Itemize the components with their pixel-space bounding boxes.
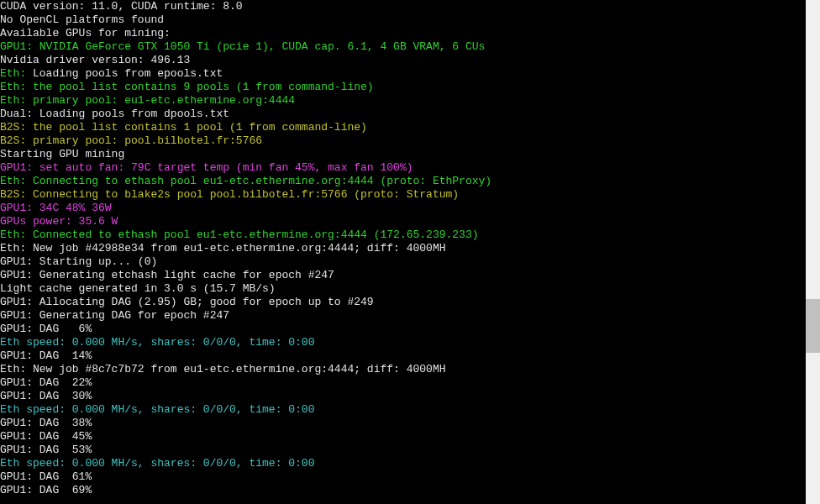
terminal-text: GPU1: DAG 38% — [0, 417, 92, 429]
scrollbar-track[interactable] — [806, 0, 820, 504]
terminal-line: No OpenCL platforms found — [0, 13, 820, 27]
terminal-text: B2S: primary pool: pool.bilbotel.fr:5766 — [0, 134, 262, 147]
terminal-text: CUDA version: 11.0, CUDA runtime: 8.0 — [0, 0, 243, 13]
terminal-text: GPU1: DAG 69% — [0, 484, 92, 496]
terminal-text: Eth: New job #8c7c7b72 from eu1-etc.ethe… — [0, 363, 446, 375]
terminal-line: Eth: the pool list contains 9 pools (1 f… — [0, 81, 820, 94]
terminal-line: Light cache generated in 3.0 s (15.7 MB/… — [0, 282, 820, 296]
terminal-line: GPU1: Generating DAG for epoch #247 — [0, 309, 820, 323]
terminal-text: Available GPUs for mining: — [0, 27, 171, 39]
terminal-text: B2S: Connecting to blake2s pool pool.bil… — [0, 188, 459, 201]
terminal-text: Dual: — [0, 108, 39, 120]
terminal-text: Starting GPU mining — [0, 148, 124, 160]
terminal-line: GPU1: DAG 6% — [0, 323, 820, 336]
terminal-line: GPU1: DAG 61% — [0, 470, 820, 484]
terminal-text: GPU1: DAG 45% — [0, 430, 92, 443]
terminal-text: Eth speed: 0.000 MH/s, shares: 0/0/0, ti… — [0, 403, 314, 416]
terminal-text: GPU1: DAG 61% — [0, 470, 92, 483]
terminal-text: GPU1: Starting up... (0) — [0, 255, 157, 268]
terminal-line: GPU1: 34C 48% 36W — [0, 202, 820, 215]
terminal-line: Eth: primary pool: eu1-etc.ethermine.org… — [0, 94, 820, 108]
terminal-text: Nvidia driver version: 496.13 — [0, 54, 190, 66]
terminal-line: GPU1: NVIDIA GeForce GTX 1050 Ti (pcie 1… — [0, 40, 820, 54]
terminal-output: CUDA version: 11.0, CUDA runtime: 8.0No … — [0, 0, 820, 504]
terminal-text: Eth: primary pool: eu1-etc.ethermine.org… — [0, 94, 295, 107]
terminal-text: Loading pools from dpools.txt — [39, 108, 229, 120]
terminal-line: Nvidia driver version: 496.13 — [0, 54, 820, 67]
terminal-line: Starting GPU mining — [0, 148, 820, 161]
terminal-text: B2S: the pool list contains 1 pool (1 fr… — [0, 121, 367, 134]
terminal-text: Eth: Connected to ethash pool eu1-etc.et… — [0, 228, 479, 241]
terminal-text: GPU1: set auto fan: 79C target temp (min… — [0, 161, 413, 174]
terminal-line: GPU1: DAG 30% — [0, 390, 820, 403]
terminal-text: GPU1: Generating etchash light cache for… — [0, 269, 334, 281]
terminal-text: No OpenCL platforms found — [0, 13, 164, 26]
terminal-line: GPU1: Starting up... (0) — [0, 255, 820, 269]
terminal-text: Light cache generated in 3.0 s (15.7 MB/… — [0, 282, 276, 295]
terminal-line: Eth: Connecting to ethash pool eu1-etc.e… — [0, 175, 820, 188]
terminal-text: Eth speed: 0.000 MH/s, shares: 0/0/0, ti… — [0, 336, 314, 349]
terminal-line: GPU1: Allocating DAG (2.95) GB; good for… — [0, 296, 820, 309]
terminal-line: GPUs power: 35.6 W — [0, 215, 820, 228]
terminal-line: GPU1: DAG 38% — [0, 417, 820, 430]
terminal-line: Dual: Loading pools from dpools.txt — [0, 108, 820, 121]
terminal-line: CUDA version: 11.0, CUDA runtime: 8.0 — [0, 0, 820, 13]
terminal-text: GPU1: DAG 14% — [0, 349, 92, 362]
terminal-line: Eth speed: 0.000 MH/s, shares: 0/0/0, ti… — [0, 336, 820, 349]
terminal-line: Eth speed: 0.000 MH/s, shares: 0/0/0, ti… — [0, 457, 820, 470]
scrollbar-thumb[interactable] — [806, 299, 820, 353]
terminal-line: GPU1: DAG 22% — [0, 376, 820, 390]
terminal-line: GPU1: DAG 45% — [0, 430, 820, 444]
terminal-text: Eth: Connecting to ethash pool eu1-etc.e… — [0, 175, 491, 187]
terminal-text: Eth: the pool list contains 9 pools (1 f… — [0, 81, 374, 93]
terminal-text: GPU1: DAG 6% — [0, 323, 92, 335]
terminal-text: GPU1: DAG 53% — [0, 444, 92, 456]
terminal-text: GPU1: DAG 30% — [0, 390, 92, 402]
terminal-text: GPU1: Allocating DAG (2.95) GB; good for… — [0, 296, 374, 308]
terminal-line: GPU1: DAG 53% — [0, 444, 820, 457]
terminal-line: Eth: Connected to ethash pool eu1-etc.et… — [0, 228, 820, 242]
terminal-text: Loading pools from epools.txt — [33, 67, 223, 80]
terminal-line: GPU1: DAG 69% — [0, 484, 820, 497]
terminal-line: B2S: primary pool: pool.bilbotel.fr:5766 — [0, 134, 820, 148]
terminal-text: Eth speed: 0.000 MH/s, shares: 0/0/0, ti… — [0, 457, 314, 470]
terminal-line: GPU1: set auto fan: 79C target temp (min… — [0, 161, 820, 175]
terminal-text: GPU1: NVIDIA GeForce GTX 1050 Ti (pcie 1… — [0, 40, 485, 53]
terminal-text: Eth: New job #42988e34 from eu1-etc.ethe… — [0, 242, 446, 255]
terminal-line: Eth: Loading pools from epools.txt — [0, 67, 820, 81]
terminal-text: GPU1: DAG 22% — [0, 376, 92, 389]
terminal-text: GPUs power: 35.6 W — [0, 215, 118, 228]
terminal-line: GPU1: DAG 14% — [0, 349, 820, 363]
terminal-line: Eth: New job #8c7c7b72 from eu1-etc.ethe… — [0, 363, 820, 376]
terminal-line: Eth: New job #42988e34 from eu1-etc.ethe… — [0, 242, 820, 255]
terminal-line: B2S: Connecting to blake2s pool pool.bil… — [0, 188, 820, 202]
terminal-line: B2S: the pool list contains 1 pool (1 fr… — [0, 121, 820, 134]
terminal-text: Eth: — [0, 67, 33, 80]
terminal-text: GPU1: Generating DAG for epoch #247 — [0, 309, 229, 322]
terminal-line: GPU1: Generating etchash light cache for… — [0, 269, 820, 282]
terminal-line: Eth speed: 0.000 MH/s, shares: 0/0/0, ti… — [0, 403, 820, 417]
terminal-text: GPU1: 34C 48% 36W — [0, 202, 112, 214]
terminal-line: Available GPUs for mining: — [0, 27, 820, 40]
